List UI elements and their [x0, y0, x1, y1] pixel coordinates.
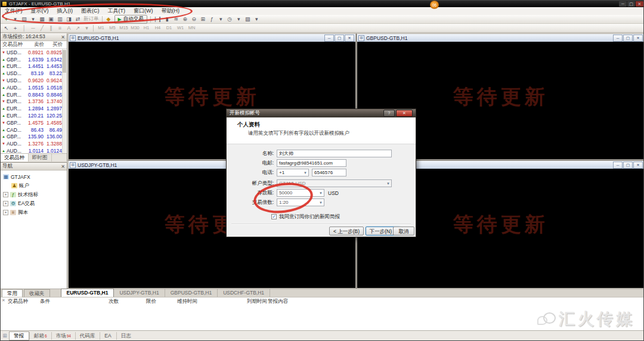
chart-restore-button[interactable]: ▢: [335, 35, 344, 42]
name-field[interactable]: 刘大帅: [277, 150, 392, 157]
table-row[interactable]: ▲CAD... 86.43 86.49: [1, 126, 67, 134]
close-icon[interactable]: ✕: [2, 298, 5, 303]
table-row[interactable]: ▲EUR... 1.2894 1.2897: [1, 105, 67, 112]
menu-item[interactable]: 文件(F): [1, 7, 27, 15]
table-row[interactable]: ▲EUR... 1.4451 1.4453: [1, 63, 67, 70]
terminal-tab[interactable]: 警报: [9, 331, 29, 340]
market-watch-icon[interactable]: ▦: [38, 16, 46, 23]
back-button[interactable]: < 上一步(B): [329, 227, 364, 235]
expand-icon[interactable]: +: [3, 192, 8, 197]
chart-tab[interactable]: GBPUSD-GTB,H1: [165, 289, 218, 297]
chart-minimize-button[interactable]: ─: [613, 162, 623, 169]
periods-dropdown-icon[interactable]: ▾: [235, 16, 243, 23]
tile-windows-icon[interactable]: ⊞: [199, 16, 207, 23]
email-field[interactable]: fasfagrg@98541651.com: [277, 159, 346, 167]
chart-restore-button[interactable]: ▢: [623, 162, 633, 169]
table-row[interactable]: ▲EUR... 0.8843 0.8846: [1, 91, 67, 98]
zoom-out-icon[interactable]: ⊖: [190, 16, 198, 23]
timeframe-button[interactable]: M15: [119, 24, 129, 32]
chart-titlebar[interactable]: ▥ GBPUSD-GTB,H1 ─ ▢ ✕: [357, 34, 644, 42]
chart-close-button[interactable]: ✕: [345, 35, 354, 42]
menu-item[interactable]: 窗口(W): [129, 7, 157, 15]
close-icon[interactable]: ✕: [61, 164, 65, 169]
market-watch-tab[interactable]: 即时图: [29, 154, 52, 162]
timeframe-button[interactable]: D1: [164, 24, 174, 32]
deposit-select[interactable]: 50000▼: [277, 189, 324, 197]
new-order-label[interactable]: 新订单: [83, 16, 99, 23]
chart-minimize-button[interactable]: ─: [613, 35, 623, 42]
menu-item[interactable]: 插入(I): [53, 7, 78, 15]
column-ask[interactable]: 买价: [44, 41, 63, 48]
table-row[interactable]: ▲EUR... 120.21 120.25: [1, 112, 67, 119]
chart-tab[interactable]: USDJPY-GTB,H1: [114, 289, 165, 297]
cursor-icon[interactable]: ↖: [2, 24, 10, 32]
chart-tab[interactable]: USDCHF-GTB,H1: [218, 289, 270, 297]
menu-item[interactable]: 显示(V): [27, 7, 53, 15]
profiles-icon[interactable]: ▤: [20, 16, 28, 23]
navigator-item-scripts[interactable]: + ≡ 脚本: [3, 208, 67, 217]
timeframe-button[interactable]: H1: [141, 24, 151, 32]
expand-icon[interactable]: +: [3, 210, 8, 215]
navigator-item-indicators[interactable]: + ƒ 技术指标: [3, 190, 67, 199]
menu-item[interactable]: 工具(T): [104, 7, 130, 15]
channel-icon[interactable]: ∥: [47, 24, 55, 32]
bar-chart-icon[interactable]: ❘❙: [153, 16, 162, 23]
table-row[interactable]: ▲GBP... 1.6339 1.6342: [1, 56, 67, 63]
timeframe-button[interactable]: H4: [153, 24, 163, 32]
dialog-help-button[interactable]: ?: [383, 110, 395, 117]
close-icon[interactable]: ✕: [61, 35, 65, 40]
chart-titlebar[interactable]: ▥ EURUSD-GTB,H1 ─ ▢ ✕: [69, 34, 355, 42]
vertical-line-icon[interactable]: │: [20, 24, 28, 32]
table-row[interactable]: ▼USD... 0.8921 0.8925: [1, 49, 67, 56]
menu-item[interactable]: 图表(C): [77, 7, 104, 15]
navigator-item-ea[interactable]: + ⚙ EA交易: [3, 199, 67, 208]
table-row[interactable]: ▲USD... 83.19 83.22: [1, 70, 67, 77]
arrows-tool-icon[interactable]: ↗: [74, 24, 82, 32]
leverage-select[interactable]: 1:20▼: [277, 199, 324, 206]
chart-close-button[interactable]: ✕: [633, 35, 643, 42]
menu-item[interactable]: 帮助(H): [157, 7, 184, 15]
terminal-tab[interactable]: 市场94: [51, 332, 75, 340]
navigator-icon[interactable]: ▥: [56, 16, 64, 23]
dialog-close-button[interactable]: ✕: [396, 110, 413, 117]
shapes-dropdown-icon[interactable]: ▾: [83, 24, 91, 32]
navigator-root[interactable]: ▦ GTJAFX: [3, 172, 67, 181]
market-watch-tab[interactable]: 交易品种: [1, 154, 29, 162]
timeframe-button[interactable]: W1: [175, 24, 185, 32]
templates-icon[interactable]: ▨: [244, 16, 252, 23]
terminal-tab[interactable]: 日志: [116, 332, 136, 340]
metaeditor-icon[interactable]: ◆: [105, 16, 113, 23]
profiles-dropdown-icon[interactable]: ▾: [29, 16, 37, 23]
terminal-icon[interactable]: ◨: [65, 16, 73, 23]
terminal-tab[interactable]: EA: [100, 332, 116, 340]
new-chart-dropdown-icon[interactable]: ▾: [11, 16, 19, 23]
zoom-in-icon[interactable]: ⊕: [181, 16, 189, 23]
indicators-icon[interactable]: ƒ: [208, 16, 216, 23]
expand-icon[interactable]: +: [3, 201, 8, 206]
new-chart-icon[interactable]: ＋: [2, 16, 10, 23]
newsletter-checkbox[interactable]: ✓: [271, 214, 277, 219]
window-close-button[interactable]: ✕: [636, 1, 643, 7]
table-row[interactable]: ▲GBP... 135.90 136.00: [1, 134, 67, 141]
candlestick-chart-icon[interactable]: ▮: [163, 16, 171, 23]
horizontal-line-icon[interactable]: ─: [29, 24, 37, 32]
terminal-tab[interactable]: 代码库: [75, 332, 100, 340]
periods-icon[interactable]: ◷: [226, 16, 234, 23]
navigator-item-accounts[interactable]: ♟ 账户: [3, 181, 67, 190]
timeframe-button[interactable]: M5: [107, 24, 117, 32]
dialog-titlebar[interactable]: 开新模拟帐号 ? ✕: [227, 109, 416, 117]
table-row[interactable]: ▲AUD... 1.0515 1.0518: [1, 84, 67, 91]
phone-number-field[interactable]: 6546576: [312, 169, 346, 176]
crosshair-icon[interactable]: ＋: [11, 24, 19, 32]
market-watch-scrollbar[interactable]: [62, 49, 66, 154]
table-row[interactable]: ▼GBP... 1.4575 1.4585: [1, 119, 67, 126]
table-row[interactable]: ▼EUR... 1.3736 1.3740: [1, 98, 67, 106]
phone-code-select[interactable]: +1▼: [277, 169, 309, 176]
templates-dropdown-icon[interactable]: ▾: [253, 16, 261, 23]
chart-close-button[interactable]: ✕: [633, 162, 643, 169]
column-bid[interactable]: 卖价: [26, 41, 44, 48]
timeframe-button[interactable]: M1: [96, 24, 106, 32]
table-row[interactable]: ▼USD... 0.9620 0.9624: [1, 77, 67, 84]
toolbox-tab[interactable]: 常用: [2, 289, 23, 297]
terminal-tab[interactable]: 邮箱6: [29, 332, 51, 340]
